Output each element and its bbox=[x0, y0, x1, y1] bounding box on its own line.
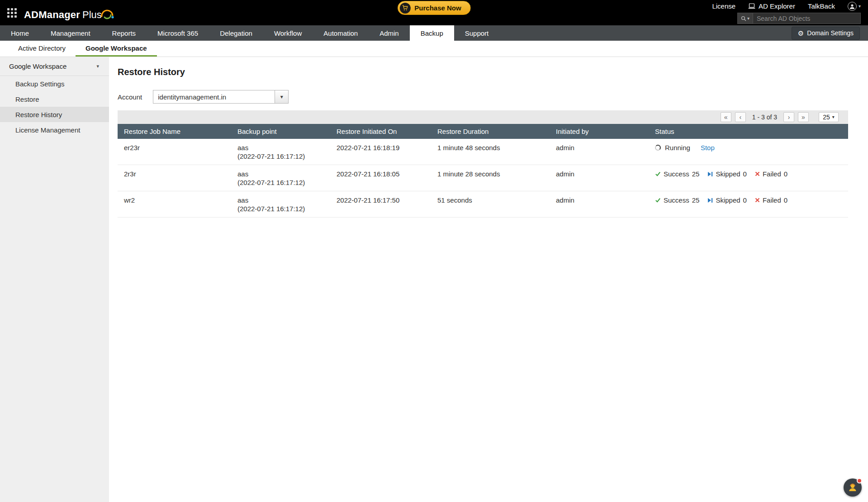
license-link[interactable]: License bbox=[712, 2, 735, 10]
failed-label: Failed bbox=[763, 196, 781, 204]
subtab-bar: Active Directory Google Workspace bbox=[0, 41, 868, 57]
laptop-icon bbox=[748, 3, 755, 9]
backup-point-time: (2022-07-21 16:17:12) bbox=[237, 152, 324, 161]
purchase-now-button[interactable]: Purchase Now bbox=[397, 1, 470, 15]
skipped-count: 0 bbox=[743, 196, 747, 204]
success-label: Success bbox=[664, 196, 689, 204]
content-area: Google Workspace ▾ Backup Settings Resto… bbox=[0, 57, 868, 502]
account-select[interactable]: identitymanagement.in ▾ bbox=[153, 90, 289, 104]
skipped-label: Skipped bbox=[716, 196, 740, 204]
status-failed: Failed 0 bbox=[755, 196, 787, 204]
search-input[interactable] bbox=[753, 13, 860, 24]
cell-initiated-by: admin bbox=[550, 191, 649, 218]
page-title: Restore History bbox=[118, 67, 848, 77]
failed-x-icon bbox=[755, 198, 760, 203]
logo-swoosh-icon bbox=[101, 6, 114, 20]
search-scope-caret-icon: ▾ bbox=[747, 16, 749, 21]
talkback-link[interactable]: TalkBack bbox=[808, 2, 835, 10]
backup-point-time: (2022-07-21 16:17:12) bbox=[237, 204, 324, 213]
status-running-label: Running bbox=[665, 143, 690, 152]
skipped-icon bbox=[707, 198, 713, 203]
page-size-select[interactable]: 25 ▾ bbox=[819, 112, 839, 122]
subtab-active-directory[interactable]: Active Directory bbox=[8, 41, 76, 57]
cell-backup-point: aas (2022-07-21 16:17:12) bbox=[231, 139, 330, 165]
tab-workflow[interactable]: Workflow bbox=[263, 25, 313, 41]
chevron-down-icon: ▾ bbox=[280, 94, 283, 99]
last-page-button[interactable]: » bbox=[798, 112, 809, 122]
sidebar-item-license-management[interactable]: License Management bbox=[0, 122, 109, 137]
tab-reports[interactable]: Reports bbox=[101, 25, 147, 41]
subtab-google-workspace[interactable]: Google Workspace bbox=[76, 41, 157, 57]
page-size-caret-icon: ▾ bbox=[832, 115, 835, 119]
col-status: Status bbox=[649, 124, 848, 139]
domain-settings-button[interactable]: ⚙ Domain Settings bbox=[792, 27, 860, 40]
topbar-left: ADManager Plus bbox=[7, 5, 115, 21]
topbar: ADManager Plus Purchase Now License bbox=[0, 0, 868, 25]
tab-home[interactable]: Home bbox=[0, 25, 40, 41]
domain-settings-label: Domain Settings bbox=[807, 29, 854, 37]
skipped-icon bbox=[707, 171, 713, 177]
cell-initiated-on: 2022-07-21 16:18:19 bbox=[330, 139, 431, 165]
cell-status: Running Stop bbox=[649, 139, 848, 165]
ad-explorer-link[interactable]: AD Explorer bbox=[748, 2, 795, 10]
col-restore-job-name: Restore Job Name bbox=[118, 124, 231, 139]
app-grid-icon[interactable] bbox=[7, 8, 17, 18]
cell-job-name: wr2 bbox=[118, 191, 231, 218]
tab-management[interactable]: Management bbox=[40, 25, 101, 41]
table-row: wr2 aas (2022-07-21 16:17:12) 2022-07-21… bbox=[118, 191, 848, 218]
prev-page-button[interactable]: ‹ bbox=[735, 112, 746, 122]
account-select-dropdown-button[interactable]: ▾ bbox=[275, 90, 288, 103]
user-menu[interactable]: ▾ bbox=[848, 2, 861, 11]
search-icon bbox=[741, 16, 746, 21]
topbar-right: License AD Explorer TalkBack bbox=[712, 2, 861, 24]
cell-status: Success 25 Skipped 0 bbox=[649, 191, 848, 218]
spinner-icon bbox=[655, 145, 661, 151]
talkback-label: TalkBack bbox=[808, 2, 835, 10]
tab-support[interactable]: Support bbox=[454, 25, 500, 41]
status-failed: Failed 0 bbox=[755, 170, 787, 178]
topbar-links: License AD Explorer TalkBack bbox=[712, 2, 861, 10]
tab-microsoft-365[interactable]: Microsoft 365 bbox=[147, 25, 209, 41]
col-initiated-by: Initiated by bbox=[550, 124, 649, 139]
cell-duration: 1 minute 28 seconds bbox=[431, 165, 550, 191]
support-chat-button[interactable] bbox=[844, 478, 862, 497]
search-box: ▾ bbox=[737, 13, 861, 24]
sidebar-item-restore-history[interactable]: Restore History bbox=[0, 107, 109, 122]
app-logo: ADManager Plus bbox=[24, 5, 115, 21]
failed-x-icon bbox=[755, 171, 760, 176]
col-restore-initiated-on: Restore Initiated On bbox=[330, 124, 431, 139]
col-restore-duration: Restore Duration bbox=[431, 124, 550, 139]
next-page-button[interactable]: › bbox=[783, 112, 794, 122]
cell-backup-point: aas (2022-07-21 16:17:12) bbox=[231, 191, 330, 218]
tab-delegation[interactable]: Delegation bbox=[209, 25, 263, 41]
ad-explorer-label: AD Explorer bbox=[759, 2, 795, 10]
cell-job-name: er23r bbox=[118, 139, 231, 165]
search-scope-button[interactable]: ▾ bbox=[738, 13, 753, 24]
sidebar-header-google-workspace[interactable]: Google Workspace ▾ bbox=[0, 57, 109, 76]
status-skipped: Skipped 0 bbox=[707, 170, 747, 178]
sidebar: Google Workspace ▾ Backup Settings Resto… bbox=[0, 57, 109, 502]
sidebar-item-restore[interactable]: Restore bbox=[0, 91, 109, 107]
pagination-range: 1 - 3 of 3 bbox=[752, 114, 777, 121]
failed-label: Failed bbox=[763, 170, 781, 178]
skipped-count: 0 bbox=[743, 170, 747, 178]
tab-automation[interactable]: Automation bbox=[313, 25, 369, 41]
account-row: Account identitymanagement.in ▾ bbox=[118, 90, 848, 104]
success-count: 25 bbox=[692, 170, 700, 178]
user-caret-icon: ▾ bbox=[859, 4, 861, 9]
cell-status: Success 25 Skipped 0 bbox=[649, 165, 848, 191]
backup-point-name: aas bbox=[237, 170, 324, 178]
status-skipped: Skipped 0 bbox=[707, 196, 747, 204]
cell-initiated-on: 2022-07-21 16:18:05 bbox=[330, 165, 431, 191]
account-select-value: identitymanagement.in bbox=[153, 90, 275, 103]
first-page-button[interactable]: « bbox=[721, 112, 731, 122]
tab-admin[interactable]: Admin bbox=[369, 25, 410, 41]
table-header-row: Restore Job Name Backup point Restore In… bbox=[118, 124, 848, 139]
cell-job-name: 2r3r bbox=[118, 165, 231, 191]
tab-backup[interactable]: Backup bbox=[410, 25, 454, 41]
purchase-now-label: Purchase Now bbox=[414, 4, 461, 12]
main-navbar: Home Management Reports Microsoft 365 De… bbox=[0, 25, 868, 41]
stop-link[interactable]: Stop bbox=[701, 143, 715, 152]
failed-count: 0 bbox=[784, 196, 787, 204]
sidebar-item-backup-settings[interactable]: Backup Settings bbox=[0, 76, 109, 91]
